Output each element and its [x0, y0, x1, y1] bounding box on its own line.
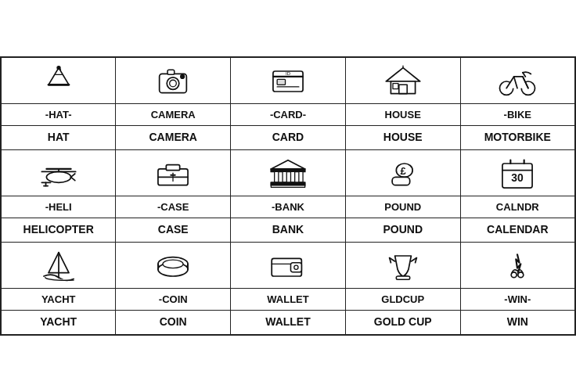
icon-cell-wallet [231, 243, 346, 289]
full-cell-win: WIN [460, 311, 575, 336]
abbr-cell-win: -WIN- [460, 289, 575, 311]
full-cell-coin: COIN [116, 311, 231, 336]
full-cell-bike: MOTORBIKE [460, 126, 575, 150]
svg-line-28 [70, 177, 74, 180]
full-cell-heli: HELICOPTER [1, 218, 116, 243]
svg-point-7 [170, 80, 177, 87]
icon-cell-heli [1, 150, 116, 196]
svg-point-23 [46, 171, 70, 182]
svg-rect-46 [392, 177, 410, 185]
full-cell-card: CARD [231, 126, 346, 150]
full-cell-goldcup: GOLD CUP [345, 311, 460, 336]
abbr-cell-heli: -HELI [1, 196, 116, 218]
svg-point-9 [181, 75, 184, 78]
abbr-cell-case: -CASE [116, 196, 231, 218]
full-cell-bank: BANK [231, 218, 346, 243]
full-cell-case: CASE [116, 218, 231, 243]
svg-rect-8 [167, 70, 175, 74]
abbr-cell-bank: -BANK [231, 196, 346, 218]
abbr-cell-hat: -HAT- [1, 104, 116, 126]
svg-rect-41 [290, 171, 294, 182]
icon-cell-calendar: 30 [460, 150, 575, 196]
icon-cell-house [345, 57, 460, 104]
svg-rect-33 [167, 165, 180, 171]
full-cell-wallet: WALLET [231, 311, 346, 336]
abbr-cell-yacht: YACHT [1, 289, 116, 311]
abbr-cell-camera: CAMERA [116, 104, 231, 126]
svg-point-59 [163, 260, 183, 268]
svg-line-22 [523, 73, 525, 77]
icon-cell-win [460, 243, 575, 289]
abbr-cell-bike: -BIKE [460, 104, 575, 126]
svg-rect-40 [283, 171, 286, 182]
svg-text:ID: ID [286, 71, 291, 76]
icon-cell-camera [116, 57, 231, 104]
svg-marker-0 [49, 68, 69, 85]
icon-cell-hat [1, 57, 116, 104]
full-cell-house: HOUSE [345, 126, 460, 150]
icon-cell-case [116, 150, 231, 196]
svg-rect-18 [393, 84, 398, 89]
full-cell-pound: POUND [345, 218, 460, 243]
svg-rect-39 [275, 171, 279, 182]
svg-rect-44 [271, 185, 304, 188]
svg-rect-12 [277, 79, 285, 85]
full-cell-camera: CAMERA [116, 126, 231, 150]
abbr-cell-house: HOUSE [345, 104, 460, 126]
abbr-cell-wallet: WALLET [231, 289, 346, 311]
svg-line-27 [70, 174, 74, 177]
svg-point-62 [294, 265, 298, 269]
abbr-cell-pound: POUND [345, 196, 460, 218]
abbr-cell-coin: -COIN [116, 289, 231, 311]
icon-cell-pound: £ [345, 150, 460, 196]
svg-marker-37 [271, 160, 304, 169]
full-cell-yacht: YACHT [1, 311, 116, 336]
svg-rect-69 [396, 276, 409, 279]
icon-cell-bank [231, 150, 346, 196]
icon-cell-card: ID [231, 57, 346, 104]
icon-cell-goldcup [345, 243, 460, 289]
icon-cell-bike [460, 57, 575, 104]
icon-cell-yacht [1, 243, 116, 289]
icon-cell-coin [116, 243, 231, 289]
svg-text:30: 30 [512, 171, 524, 184]
abbr-cell-calendar: CALNDR [460, 196, 575, 218]
svg-marker-15 [386, 68, 419, 81]
abbr-cell-goldcup: GLDCUP [345, 289, 460, 311]
svg-text:£: £ [400, 165, 406, 177]
icon-grid: ID -HAT-CAMERA-CARD-HOUSE-BIKEHATCAMERAC… [0, 56, 576, 336]
abbr-cell-card: -CARD- [231, 104, 346, 126]
full-cell-calendar: CALENDAR [460, 218, 575, 243]
svg-rect-17 [399, 85, 407, 93]
svg-rect-42 [299, 171, 303, 182]
full-cell-hat: HAT [1, 126, 116, 150]
